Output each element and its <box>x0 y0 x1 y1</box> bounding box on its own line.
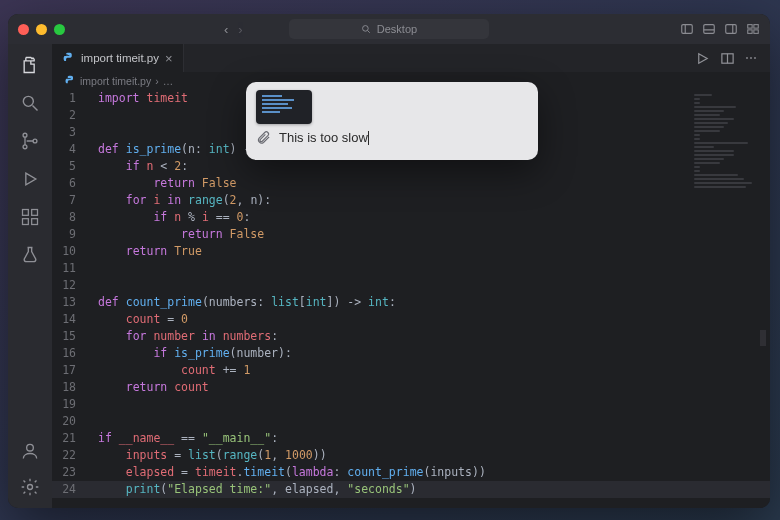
layout-secondary-icon[interactable] <box>724 22 738 36</box>
zoom-window-button[interactable] <box>54 24 65 35</box>
svg-rect-6 <box>726 25 737 34</box>
code-content: import timeit <box>88 90 188 107</box>
search-icon <box>361 24 371 34</box>
window-controls <box>18 24 65 35</box>
code-content: count = 0 <box>88 311 188 328</box>
svg-rect-4 <box>704 25 715 34</box>
close-window-button[interactable] <box>18 24 29 35</box>
line-number: 18 <box>52 379 88 396</box>
inline-chat-input[interactable]: This is too slow <box>279 130 369 145</box>
layout-primary-icon[interactable] <box>680 22 694 36</box>
line-number: 7 <box>52 192 88 209</box>
line-number: 3 <box>52 124 88 141</box>
code-line[interactable]: 19 <box>52 396 770 413</box>
code-line[interactable]: 23 elapsed = timeit.timeit(lambda: count… <box>52 464 770 481</box>
svg-line-1 <box>367 31 369 33</box>
code-line[interactable]: 10 return True <box>52 243 770 260</box>
code-line[interactable]: 5 if n < 2: <box>52 158 770 175</box>
line-number: 9 <box>52 226 88 243</box>
python-file-icon <box>62 52 75 65</box>
svg-point-16 <box>33 139 37 143</box>
svg-point-22 <box>28 485 33 490</box>
code-line[interactable]: 12 <box>52 277 770 294</box>
titlebar-right <box>680 22 760 36</box>
code-content: elapsed = timeit.timeit(lambda: count_pr… <box>88 464 486 481</box>
svg-rect-18 <box>23 219 29 225</box>
svg-point-12 <box>23 96 33 106</box>
code-content: for number in numbers: <box>88 328 278 345</box>
svg-rect-11 <box>754 30 758 34</box>
code-line[interactable]: 6 return False <box>52 175 770 192</box>
code-line[interactable]: 13def count_prime(numbers: list[int]) ->… <box>52 294 770 311</box>
line-number: 5 <box>52 158 88 175</box>
line-number: 14 <box>52 311 88 328</box>
code-content: inputs = list(range(1, 1000)) <box>88 447 327 464</box>
code-content: if is_prime(number): <box>88 345 292 362</box>
line-number: 17 <box>52 362 88 379</box>
explorer-icon[interactable] <box>19 54 41 76</box>
account-icon[interactable] <box>19 440 41 462</box>
text-caret <box>368 131 369 145</box>
attachment-icon[interactable] <box>256 130 271 145</box>
gear-icon[interactable] <box>19 476 41 498</box>
run-debug-icon[interactable] <box>19 168 41 190</box>
code-line[interactable]: 24 print("Elapsed time:", elapsed, "seco… <box>52 481 770 498</box>
code-content: return False <box>88 175 236 192</box>
code-thumbnail <box>256 90 312 124</box>
nav-arrows: ‹ › <box>224 22 243 37</box>
search-icon[interactable] <box>19 92 41 114</box>
line-number: 10 <box>52 243 88 260</box>
code-content: count += 1 <box>88 362 250 379</box>
minimize-window-button[interactable] <box>36 24 47 35</box>
code-line[interactable]: 17 count += 1 <box>52 362 770 379</box>
code-line[interactable]: 14 count = 0 <box>52 311 770 328</box>
code-line[interactable]: 22 inputs = list(range(1, 1000)) <box>52 447 770 464</box>
source-control-icon[interactable] <box>19 130 41 152</box>
svg-rect-8 <box>748 25 752 29</box>
code-line[interactable]: 20 <box>52 413 770 430</box>
command-center-label: Desktop <box>377 23 417 35</box>
svg-line-13 <box>33 106 38 111</box>
tab-actions: ⋯ <box>695 44 770 72</box>
breadcrumb-file: import timeit.py <box>80 75 151 87</box>
chevron-right-icon: › <box>155 75 159 87</box>
line-number: 1 <box>52 90 88 107</box>
line-number: 16 <box>52 345 88 362</box>
line-number: 4 <box>52 141 88 158</box>
command-center[interactable]: Desktop <box>289 19 489 39</box>
code-content: return True <box>88 243 202 260</box>
code-line[interactable]: 15 for number in numbers: <box>52 328 770 345</box>
code-content: def count_prime(numbers: list[int]) -> i… <box>88 294 396 311</box>
split-editor-icon[interactable] <box>720 51 735 66</box>
titlebar: ‹ › Desktop <box>8 14 770 44</box>
line-number: 8 <box>52 209 88 226</box>
svg-rect-9 <box>754 25 758 29</box>
code-line[interactable]: 9 return False <box>52 226 770 243</box>
layout-panel-icon[interactable] <box>702 22 716 36</box>
svg-rect-2 <box>682 25 693 34</box>
code-line[interactable]: 7 for i in range(2, n): <box>52 192 770 209</box>
nav-forward-icon[interactable]: › <box>238 22 242 37</box>
code-line[interactable]: 21if __name__ == "__main__": <box>52 430 770 447</box>
svg-rect-17 <box>23 210 29 216</box>
line-number: 11 <box>52 260 88 277</box>
run-icon[interactable] <box>695 51 710 66</box>
line-number: 23 <box>52 464 88 481</box>
customize-layout-icon[interactable] <box>746 22 760 36</box>
code-line[interactable]: 18 return count <box>52 379 770 396</box>
code-line[interactable]: 16 if is_prime(number): <box>52 345 770 362</box>
svg-rect-10 <box>748 30 752 34</box>
code-line[interactable]: 11 <box>52 260 770 277</box>
nav-back-icon[interactable]: ‹ <box>224 22 228 37</box>
line-number: 12 <box>52 277 88 294</box>
code-content: if n < 2: <box>88 158 188 175</box>
close-icon[interactable]: × <box>165 52 173 65</box>
more-icon[interactable]: ⋯ <box>745 51 760 66</box>
inline-chat-text: This is too slow <box>279 130 368 145</box>
testing-icon[interactable] <box>19 244 41 266</box>
line-number: 20 <box>52 413 88 430</box>
code-line[interactable]: 8 if n % i == 0: <box>52 209 770 226</box>
tab-bar: import timeit.py × ⋯ <box>52 44 770 72</box>
tab-import-timeit[interactable]: import timeit.py × <box>52 44 184 72</box>
extensions-icon[interactable] <box>19 206 41 228</box>
